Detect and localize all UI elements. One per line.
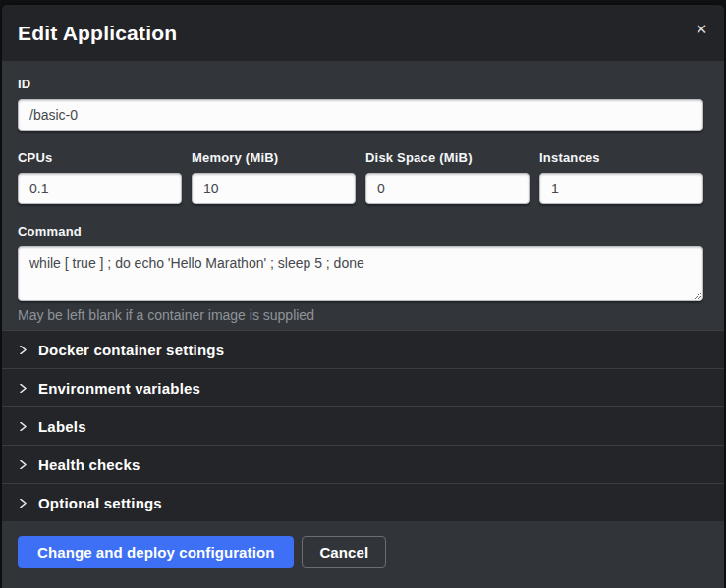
memory-label: Memory (MiB) bbox=[192, 150, 356, 165]
close-icon[interactable]: ✕ bbox=[691, 19, 712, 40]
instances-input[interactable] bbox=[539, 173, 703, 204]
section-label: Docker container settings bbox=[38, 342, 224, 358]
instances-label: Instances bbox=[539, 150, 703, 165]
cpus-input[interactable] bbox=[18, 173, 182, 204]
resources-row: CPUs Memory (MiB) Disk Space (MiB) Insta… bbox=[18, 150, 703, 204]
modal-header: Edit Application ✕ bbox=[2, 5, 724, 61]
section-label: Environment variables bbox=[38, 380, 200, 397]
chevron-right-icon bbox=[19, 499, 28, 508]
section-label: Optional settings bbox=[38, 495, 162, 511]
section-environment-variables[interactable]: Environment variables bbox=[2, 368, 724, 406]
collapsible-sections: Docker container settings Environment va… bbox=[2, 330, 724, 521]
cancel-button[interactable]: Cancel bbox=[302, 536, 386, 568]
disk-label: Disk Space (MiB) bbox=[365, 150, 530, 165]
chevron-right-icon bbox=[19, 346, 28, 354]
id-label: ID bbox=[18, 77, 703, 91]
section-docker-container-settings[interactable]: Docker container settings bbox=[2, 330, 724, 368]
modal-body: ID CPUs Memory (MiB) Disk Space (MiB) In bbox=[2, 61, 724, 330]
memory-input[interactable] bbox=[192, 173, 356, 204]
modal-footer: Change and deploy configuration Cancel bbox=[2, 521, 724, 588]
command-help-text: May be left blank if a container image i… bbox=[18, 307, 703, 323]
cpus-label: CPUs bbox=[18, 150, 182, 165]
command-textarea[interactable]: while [ true ] ; do echo 'Hello Marathon… bbox=[18, 246, 703, 301]
section-label: Health checks bbox=[38, 456, 140, 473]
section-label: Labels bbox=[38, 418, 86, 435]
command-field-group: Command while [ true ] ; do echo 'Hello … bbox=[18, 224, 703, 323]
edit-application-modal: Edit Application ✕ ID CPUs Memory (MiB) … bbox=[2, 5, 724, 588]
id-field-group: ID bbox=[18, 77, 703, 131]
section-health-checks[interactable]: Health checks bbox=[2, 445, 724, 483]
instances-field-group: Instances bbox=[539, 150, 703, 204]
section-optional-settings[interactable]: Optional settings bbox=[2, 483, 724, 521]
page-backdrop: Edit Application ✕ ID CPUs Memory (MiB) … bbox=[0, 0, 726, 588]
chevron-right-icon bbox=[19, 422, 28, 431]
chevron-right-icon bbox=[19, 384, 28, 393]
command-label: Command bbox=[18, 224, 703, 239]
modal-title: Edit Application bbox=[18, 22, 177, 45]
memory-field-group: Memory (MiB) bbox=[192, 150, 356, 204]
disk-input[interactable] bbox=[365, 173, 530, 204]
disk-field-group: Disk Space (MiB) bbox=[365, 150, 530, 204]
cpus-field-group: CPUs bbox=[18, 150, 182, 204]
section-labels[interactable]: Labels bbox=[2, 406, 724, 445]
id-input[interactable] bbox=[18, 99, 703, 131]
change-and-deploy-button[interactable]: Change and deploy configuration bbox=[18, 536, 294, 568]
chevron-right-icon bbox=[19, 460, 28, 469]
